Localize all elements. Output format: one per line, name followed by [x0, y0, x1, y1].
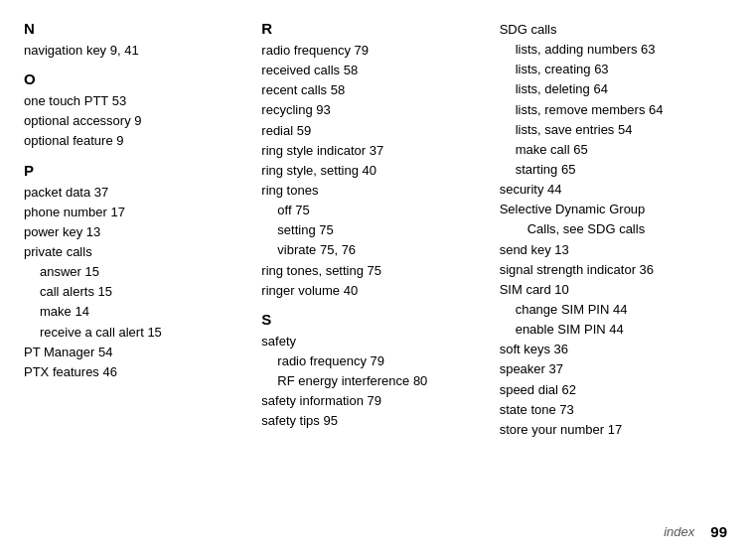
index-entry: SDG calls	[500, 20, 727, 40]
section-letter-S: S	[261, 311, 489, 328]
index-entry: send key 13	[500, 240, 727, 260]
index-entry: phone number 17	[24, 203, 251, 222]
index-entry: safety information 79	[261, 391, 489, 411]
footer: index 99	[24, 515, 727, 540]
columns: Nnavigation key 9, 41Oone touch PTT 53op…	[24, 20, 727, 515]
index-entry: ring tones, setting 75	[261, 261, 489, 281]
index-entry: vibrate 75, 76	[261, 240, 489, 260]
page: Nnavigation key 9, 41Oone touch PTT 53op…	[0, 0, 751, 560]
section-letter-N: N	[24, 20, 251, 37]
section-letter-R: R	[261, 20, 489, 37]
index-entry: Selective Dynamic Group	[500, 200, 727, 219]
index-entry: signal strength indicator 36	[500, 260, 727, 280]
column-1: Rradio frequency 79received calls 58rece…	[261, 20, 499, 515]
index-entry: lists, deleting 64	[500, 79, 727, 99]
index-entry: RF energy interference 80	[261, 371, 489, 391]
index-entry: received calls 58	[261, 61, 489, 80]
index-entry: power key 13	[24, 222, 251, 242]
index-entry: navigation key 9, 41	[24, 41, 251, 61]
footer-label: index	[664, 524, 694, 539]
index-entry: answer 15	[24, 262, 251, 282]
index-entry: ringer volume 40	[261, 281, 489, 301]
index-entry: off 75	[261, 201, 489, 220]
index-entry: optional feature 9	[24, 131, 251, 151]
index-entry: make 14	[24, 302, 251, 322]
index-entry: safety	[261, 332, 489, 351]
index-entry: state tone 73	[500, 400, 727, 420]
index-entry: enable SIM PIN 44	[500, 320, 727, 340]
index-entry: radio frequency 79	[261, 41, 489, 61]
index-entry: optional accessory 9	[24, 111, 251, 131]
section-letter-P: P	[24, 162, 251, 179]
index-entry: security 44	[500, 180, 727, 200]
index-entry: one touch PTT 53	[24, 91, 251, 111]
index-entry: ring style indicator 37	[261, 141, 489, 161]
index-entry: safety tips 95	[261, 411, 489, 431]
index-entry: lists, creating 63	[500, 60, 727, 79]
section-letter-O: O	[24, 70, 251, 87]
index-entry: setting 75	[261, 220, 489, 240]
index-entry: lists, save entries 54	[500, 120, 727, 140]
column-2: SDG callslists, adding numbers 63lists, …	[500, 20, 727, 515]
index-entry: ring style, setting 40	[261, 161, 489, 181]
index-entry: lists, adding numbers 63	[500, 40, 727, 60]
index-entry: recent calls 58	[261, 80, 489, 100]
index-entry: private calls	[24, 242, 251, 262]
index-entry: PT Manager 54	[24, 343, 251, 362]
index-entry: speed dial 62	[500, 380, 727, 400]
index-entry: redial 59	[261, 121, 489, 141]
index-entry: make call 65	[500, 140, 727, 160]
index-entry: Calls, see SDG calls	[500, 219, 727, 239]
index-entry: PTX features 46	[24, 362, 251, 382]
index-entry: starting 65	[500, 160, 727, 180]
column-0: Nnavigation key 9, 41Oone touch PTT 53op…	[24, 20, 261, 515]
index-entry: packet data 37	[24, 183, 251, 203]
index-entry: SIM card 10	[500, 280, 727, 300]
index-entry: soft keys 36	[500, 340, 727, 359]
index-entry: change SIM PIN 44	[500, 300, 727, 320]
index-entry: recycling 93	[261, 100, 489, 120]
index-entry: store your number 17	[500, 420, 727, 440]
index-entry: ring tones	[261, 181, 489, 201]
index-entry: call alerts 15	[24, 282, 251, 302]
index-entry: radio frequency 79	[261, 351, 489, 371]
footer-page: 99	[710, 523, 727, 540]
index-entry: lists, remove members 64	[500, 100, 727, 120]
index-entry: receive a call alert 15	[24, 323, 251, 343]
index-entry: speaker 37	[500, 359, 727, 379]
